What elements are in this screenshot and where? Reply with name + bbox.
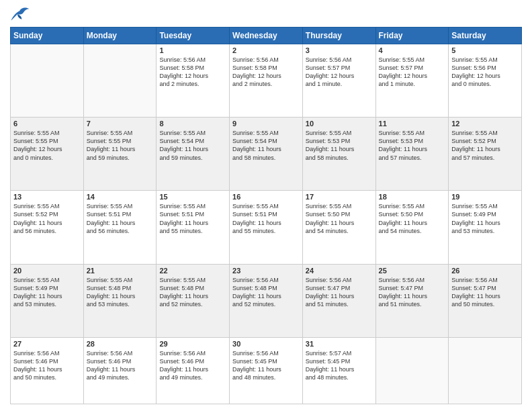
weekday-header-monday: Monday	[83, 28, 157, 44]
day-number: 6	[13, 120, 81, 128]
calendar-cell: 7Sunrise: 5:55 AM Sunset: 5:55 PM Daylig…	[83, 118, 157, 191]
day-number: 1	[159, 46, 226, 54]
calendar-week-5: 27Sunrise: 5:56 AM Sunset: 5:46 PM Dayli…	[11, 337, 522, 404]
day-number: 9	[232, 120, 300, 128]
calendar-cell	[449, 337, 522, 404]
cell-info: Sunrise: 5:56 AM Sunset: 5:58 PM Dayligh…	[232, 56, 300, 89]
calendar-cell: 17Sunrise: 5:55 AM Sunset: 5:50 PM Dayli…	[302, 191, 375, 264]
day-number: 2	[232, 46, 300, 54]
calendar-cell: 31Sunrise: 5:57 AM Sunset: 5:45 PM Dayli…	[302, 337, 375, 404]
cell-info: Sunrise: 5:55 AM Sunset: 5:51 PM Dayligh…	[232, 202, 300, 235]
day-number: 30	[232, 340, 300, 348]
cell-info: Sunrise: 5:55 AM Sunset: 5:49 PM Dayligh…	[451, 202, 519, 235]
calendar-cell	[375, 337, 449, 404]
calendar-cell: 6Sunrise: 5:55 AM Sunset: 5:55 PM Daylig…	[11, 118, 84, 191]
day-number: 14	[87, 193, 154, 201]
calendar-cell: 16Sunrise: 5:55 AM Sunset: 5:51 PM Dayli…	[230, 191, 303, 264]
cell-info: Sunrise: 5:57 AM Sunset: 5:45 PM Dayligh…	[306, 349, 373, 382]
day-number: 17	[306, 193, 373, 201]
calendar-cell: 29Sunrise: 5:56 AM Sunset: 5:46 PM Dayli…	[157, 337, 230, 404]
calendar-week-1: 1Sunrise: 5:56 AM Sunset: 5:58 PM Daylig…	[11, 44, 522, 118]
calendar-cell: 22Sunrise: 5:55 AM Sunset: 5:48 PM Dayli…	[157, 264, 230, 337]
weekday-header-sunday: Sunday	[11, 28, 84, 44]
calendar-table: SundayMondayTuesdayWednesdayThursdayFrid…	[10, 27, 522, 404]
calendar-cell: 21Sunrise: 5:55 AM Sunset: 5:48 PM Dayli…	[83, 264, 157, 337]
logo	[10, 7, 33, 21]
page: SundayMondayTuesdayWednesdayThursdayFrid…	[0, 0, 532, 411]
calendar-cell: 10Sunrise: 5:55 AM Sunset: 5:53 PM Dayli…	[302, 118, 375, 191]
weekday-header-wednesday: Wednesday	[230, 28, 303, 44]
calendar-cell: 26Sunrise: 5:56 AM Sunset: 5:47 PM Dayli…	[449, 264, 522, 337]
day-number: 29	[159, 340, 226, 348]
calendar-cell: 2Sunrise: 5:56 AM Sunset: 5:58 PM Daylig…	[230, 44, 303, 118]
cell-info: Sunrise: 5:56 AM Sunset: 5:57 PM Dayligh…	[306, 56, 373, 89]
calendar-header-row: SundayMondayTuesdayWednesdayThursdayFrid…	[11, 28, 522, 44]
calendar-cell: 12Sunrise: 5:55 AM Sunset: 5:52 PM Dayli…	[449, 118, 522, 191]
calendar-week-2: 6Sunrise: 5:55 AM Sunset: 5:55 PM Daylig…	[11, 118, 522, 191]
day-number: 21	[87, 267, 154, 275]
day-number: 31	[306, 340, 373, 348]
calendar-cell: 11Sunrise: 5:55 AM Sunset: 5:53 PM Dayli…	[375, 118, 449, 191]
calendar-cell: 28Sunrise: 5:56 AM Sunset: 5:46 PM Dayli…	[83, 337, 157, 404]
day-number: 5	[451, 46, 519, 54]
calendar-cell: 5Sunrise: 5:55 AM Sunset: 5:56 PM Daylig…	[449, 44, 522, 118]
day-number: 23	[232, 267, 300, 275]
weekday-header-tuesday: Tuesday	[157, 28, 230, 44]
day-number: 3	[306, 46, 373, 54]
calendar-cell: 23Sunrise: 5:56 AM Sunset: 5:48 PM Dayli…	[230, 264, 303, 337]
calendar-cell: 14Sunrise: 5:55 AM Sunset: 5:51 PM Dayli…	[83, 191, 157, 264]
day-number: 25	[379, 267, 446, 275]
cell-info: Sunrise: 5:56 AM Sunset: 5:47 PM Dayligh…	[306, 276, 373, 309]
cell-info: Sunrise: 5:55 AM Sunset: 5:51 PM Dayligh…	[87, 202, 154, 235]
cell-info: Sunrise: 5:55 AM Sunset: 5:48 PM Dayligh…	[159, 276, 226, 309]
calendar-cell: 1Sunrise: 5:56 AM Sunset: 5:58 PM Daylig…	[157, 44, 230, 118]
calendar-cell	[11, 44, 84, 118]
day-number: 7	[87, 120, 154, 128]
cell-info: Sunrise: 5:56 AM Sunset: 5:47 PM Dayligh…	[451, 276, 519, 309]
cell-info: Sunrise: 5:55 AM Sunset: 5:54 PM Dayligh…	[232, 129, 300, 162]
day-number: 13	[13, 193, 81, 201]
day-number: 4	[379, 46, 446, 54]
calendar-cell: 9Sunrise: 5:55 AM Sunset: 5:54 PM Daylig…	[230, 118, 303, 191]
logo-icon	[10, 7, 30, 21]
weekday-header-friday: Friday	[375, 28, 449, 44]
day-number: 18	[379, 193, 446, 201]
calendar-body: 1Sunrise: 5:56 AM Sunset: 5:58 PM Daylig…	[11, 44, 522, 404]
calendar-week-4: 20Sunrise: 5:55 AM Sunset: 5:49 PM Dayli…	[11, 264, 522, 337]
calendar-cell: 19Sunrise: 5:55 AM Sunset: 5:49 PM Dayli…	[449, 191, 522, 264]
day-number: 10	[306, 120, 373, 128]
day-number: 24	[306, 267, 373, 275]
day-number: 26	[451, 267, 519, 275]
cell-info: Sunrise: 5:55 AM Sunset: 5:57 PM Dayligh…	[379, 56, 446, 89]
calendar-cell: 20Sunrise: 5:55 AM Sunset: 5:49 PM Dayli…	[11, 264, 84, 337]
calendar-cell: 25Sunrise: 5:56 AM Sunset: 5:47 PM Dayli…	[375, 264, 449, 337]
cell-info: Sunrise: 5:55 AM Sunset: 5:50 PM Dayligh…	[306, 202, 373, 235]
cell-info: Sunrise: 5:55 AM Sunset: 5:48 PM Dayligh…	[87, 276, 154, 309]
cell-info: Sunrise: 5:55 AM Sunset: 5:53 PM Dayligh…	[306, 129, 373, 162]
cell-info: Sunrise: 5:56 AM Sunset: 5:45 PM Dayligh…	[232, 349, 300, 382]
day-number: 22	[159, 267, 226, 275]
calendar-cell: 13Sunrise: 5:55 AM Sunset: 5:52 PM Dayli…	[11, 191, 84, 264]
calendar-cell: 8Sunrise: 5:55 AM Sunset: 5:54 PM Daylig…	[157, 118, 230, 191]
calendar-cell: 18Sunrise: 5:55 AM Sunset: 5:50 PM Dayli…	[375, 191, 449, 264]
cell-info: Sunrise: 5:56 AM Sunset: 5:48 PM Dayligh…	[232, 276, 300, 309]
calendar-cell: 27Sunrise: 5:56 AM Sunset: 5:46 PM Dayli…	[11, 337, 84, 404]
calendar-week-3: 13Sunrise: 5:55 AM Sunset: 5:52 PM Dayli…	[11, 191, 522, 264]
cell-info: Sunrise: 5:55 AM Sunset: 5:49 PM Dayligh…	[13, 276, 81, 309]
day-number: 16	[232, 193, 300, 201]
day-number: 8	[159, 120, 226, 128]
day-number: 20	[13, 267, 81, 275]
calendar-cell	[83, 44, 157, 118]
day-number: 28	[87, 340, 154, 348]
cell-info: Sunrise: 5:55 AM Sunset: 5:52 PM Dayligh…	[451, 129, 519, 162]
cell-info: Sunrise: 5:55 AM Sunset: 5:55 PM Dayligh…	[13, 129, 81, 162]
cell-info: Sunrise: 5:56 AM Sunset: 5:46 PM Dayligh…	[13, 349, 81, 382]
cell-info: Sunrise: 5:56 AM Sunset: 5:46 PM Dayligh…	[87, 349, 154, 382]
cell-info: Sunrise: 5:55 AM Sunset: 5:53 PM Dayligh…	[379, 129, 446, 162]
calendar-cell: 30Sunrise: 5:56 AM Sunset: 5:45 PM Dayli…	[230, 337, 303, 404]
day-number: 19	[451, 193, 519, 201]
day-number: 11	[379, 120, 446, 128]
day-number: 12	[451, 120, 519, 128]
cell-info: Sunrise: 5:55 AM Sunset: 5:51 PM Dayligh…	[159, 202, 226, 235]
cell-info: Sunrise: 5:56 AM Sunset: 5:47 PM Dayligh…	[379, 276, 446, 309]
